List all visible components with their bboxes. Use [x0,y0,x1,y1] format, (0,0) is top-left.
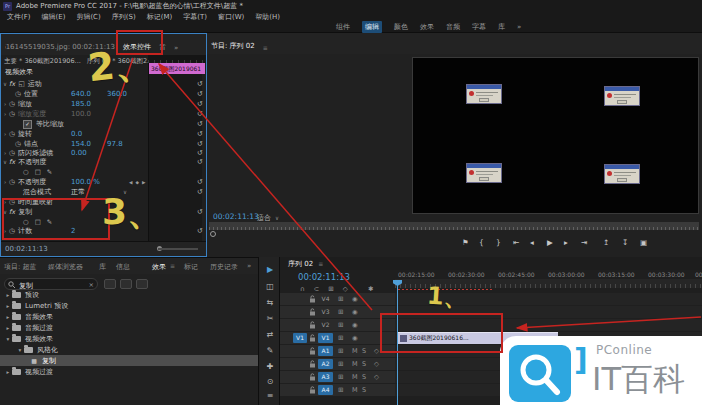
menu-window[interactable]: 窗口(W) [218,12,244,22]
lock-icon[interactable] [309,386,316,394]
stopwatch-icon[interactable]: ◷ [15,90,21,98]
tab-program-monitor[interactable]: 节目: 序列 02 [211,41,255,51]
master-clip-label[interactable]: 主要 * 360截图201906... [4,57,81,66]
track-badge[interactable]: V1 [318,333,333,343]
param-position[interactable]: ◷ 位置 640.0 360.0 ↺ [1,89,208,99]
tree-item-video-effects[interactable]: ▾ 视频效果 [0,333,258,344]
sync-lock-icon[interactable]: ⊞ [338,293,343,305]
type-tool[interactable]: ≡ [259,391,281,400]
effect-controls-clip-bar[interactable]: 360截图2019061 [149,63,205,74]
add-marker-icon[interactable]: ⊞ [328,285,333,293]
keyframe-icon[interactable]: ◇ [343,285,348,293]
export-frame-button[interactable]: ▣ [640,238,647,247]
stopwatch-icon[interactable]: ◷ [9,178,15,186]
sync-lock-icon[interactable]: ⊞ [338,358,343,370]
tree-open-icon[interactable]: ▾ [16,347,24,353]
tree-item-replicate-selected[interactable]: ▩ 复制 [0,355,258,366]
tree-item-video-transitions[interactable]: ▸ 视频过渡 [0,366,258,377]
track-header-a3[interactable]: A3 ⊞ M S ◇ [280,371,395,383]
hand-tool[interactable]: ✚ [259,362,281,371]
twirl-icon[interactable]: › [1,131,9,137]
menu-sequence[interactable]: 序列(S) [112,12,136,22]
stopwatch-icon[interactable]: ◷ [9,227,15,235]
mark-out-button[interactable]: } [496,238,501,247]
menu-clip[interactable]: 剪辑(C) [76,12,100,22]
slip-tool[interactable]: ⇄ [259,330,281,339]
tree-closed-icon[interactable]: ▸ [4,314,12,320]
twirl-icon[interactable]: ∨ [1,209,9,215]
reset-icon[interactable]: ↺ [197,178,203,186]
clear-search-icon[interactable]: × [89,281,94,289]
ec-tab-overflow-icon[interactable]: » [174,44,178,52]
go-to-out-button[interactable]: ⇥ [581,238,587,247]
32bit-effects-filter-icon[interactable] [120,279,132,289]
pen-mask-icon[interactable]: ✎ [47,168,52,176]
tab-media-browser[interactable]: 媒体浏览器 [48,262,83,272]
tree-item-lumetri-presets[interactable]: ▸ Lumetri 预设 [0,300,258,311]
snap-icon[interactable]: ∩ [300,285,305,293]
timeline-timecode[interactable]: 00:02:11:13 [298,272,350,282]
effect-group-replicate[interactable]: ∨ fx 复制 ↺ [1,207,208,217]
tree-closed-icon[interactable]: ▸ [4,303,12,309]
param-value[interactable]: 100.0 % [71,178,100,186]
tab-effects[interactable]: 效果 [152,262,166,272]
param-rotation[interactable]: › ◷ 旋转 0.0 ↺ [1,129,208,139]
ellipse-mask-icon[interactable]: ○ [23,218,29,226]
reset-icon[interactable]: ↺ [197,80,203,88]
lock-icon[interactable] [309,321,316,329]
workspace-titles[interactable]: 字幕 [472,22,486,32]
dropdown-icon[interactable]: ∨ [123,189,127,195]
reset-icon[interactable]: ↺ [197,120,203,128]
workspace-audio[interactable]: 音频 [446,22,460,32]
zoom-tool[interactable]: ⊙ [259,377,281,386]
track-badge[interactable]: A3 [318,372,333,382]
tree-closed-icon[interactable]: ▸ [4,292,12,298]
rect-mask-icon[interactable]: □ [35,168,41,176]
track-content[interactable] [395,293,702,305]
track-select-tool[interactable]: ◫ [259,282,281,291]
toggle-track-output-icon[interactable]: ◉ [352,306,358,318]
menu-title[interactable]: 字幕(T) [183,12,207,22]
param-value[interactable]: 0.00 [71,149,87,157]
param-value[interactable]: 0.0 [71,130,82,138]
workspace-assembly[interactable]: 组件 [336,22,350,32]
program-scrubber[interactable] [209,222,699,230]
workspace-color[interactable]: 颜色 [394,22,408,32]
track-header-v2[interactable]: V2 ⊞ ◉ [280,319,395,331]
track-content[interactable] [395,319,702,331]
tab-source-monitor[interactable]: 图20190616145519035.jpg: 00:02:11:13 [5,42,115,52]
track-header-a2[interactable]: A2 ⊞ M S ◇ [280,358,395,370]
add-marker-button[interactable]: ⚑ [462,238,469,247]
lock-icon[interactable] [309,347,316,355]
add-keyframe-icon[interactable]: ◆ [135,180,138,185]
workspace-overflow-icon[interactable]: » [517,23,521,31]
param-blend-mode[interactable]: 混合模式 正常 ∨ ↺ [1,187,208,197]
param-opacity[interactable]: › ◷ 不透明度 100.0 % ◀ ◆ ▶ ↺ [1,177,208,187]
reset-icon[interactable]: ↺ [197,140,203,148]
ripple-edit-tool[interactable]: ⇆ [259,298,281,307]
sync-lock-icon[interactable]: ⊞ [338,319,343,331]
tab-info[interactable]: 信息 [116,262,130,272]
param-value[interactable]: 2 [71,227,75,235]
track-badge[interactable]: V4 [318,294,333,304]
panel-menu-icon[interactable]: ≡ [170,262,175,269]
stopwatch-icon[interactable]: ◷ [9,130,15,138]
lock-icon[interactable] [309,308,316,316]
mute-button[interactable]: M [352,371,358,383]
tree-item-presets[interactable]: ▸ 预设 [0,289,258,300]
tab-audio-mixer[interactable]: 音 [159,42,166,52]
timeline-settings-icon[interactable]: ✱ [368,285,373,293]
tree-item-audio-transitions[interactable]: ▸ 音频过渡 [0,322,258,333]
menu-edit[interactable]: 编辑(E) [42,12,66,22]
param-count[interactable]: › ◷ 计数 2 ↺ [1,226,208,236]
param-value[interactable]: 97.8 [107,140,123,148]
solo-button[interactable]: S [362,345,366,357]
track-badge[interactable]: V3 [318,307,333,317]
effect-group-opacity[interactable]: ∨ fx 不透明度 ↺ [1,157,208,167]
twirl-icon[interactable]: › [1,111,9,117]
toggle-track-output-icon[interactable]: ◉ [352,293,358,305]
lock-icon[interactable] [309,295,316,303]
sync-lock-icon[interactable]: ⊞ [338,306,343,318]
track-header-v1[interactable]: V1 V1 ⊞ ◉ [280,332,395,344]
tab-effect-controls[interactable]: 效果控件 [123,42,151,52]
